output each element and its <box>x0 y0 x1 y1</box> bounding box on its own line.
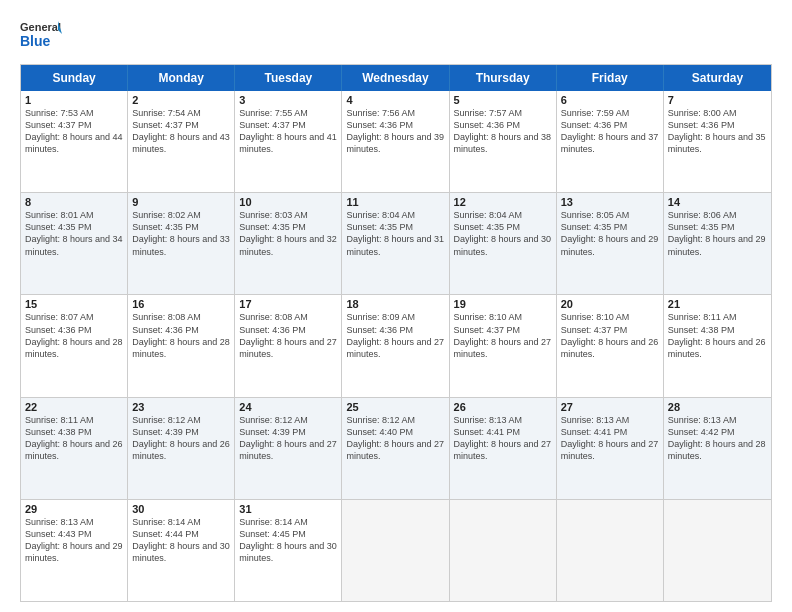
day-info: Sunrise: 8:12 AM Sunset: 4:39 PM Dayligh… <box>132 414 230 463</box>
day-number: 23 <box>132 401 230 413</box>
table-row: 12 Sunrise: 8:04 AM Sunset: 4:35 PM Dayl… <box>450 193 557 294</box>
day-info: Sunrise: 8:03 AM Sunset: 4:35 PM Dayligh… <box>239 209 337 258</box>
day-info: Sunrise: 8:11 AM Sunset: 4:38 PM Dayligh… <box>668 311 767 360</box>
day-number: 4 <box>346 94 444 106</box>
table-row: 26 Sunrise: 8:13 AM Sunset: 4:41 PM Dayl… <box>450 398 557 499</box>
day-number: 25 <box>346 401 444 413</box>
day-number: 5 <box>454 94 552 106</box>
header-cell-tuesday: Tuesday <box>235 65 342 91</box>
day-number: 17 <box>239 298 337 310</box>
table-row: 22 Sunrise: 8:11 AM Sunset: 4:38 PM Dayl… <box>21 398 128 499</box>
day-number: 21 <box>668 298 767 310</box>
day-number: 22 <box>25 401 123 413</box>
day-number: 13 <box>561 196 659 208</box>
day-info: Sunrise: 8:10 AM Sunset: 4:37 PM Dayligh… <box>454 311 552 360</box>
table-row: 14 Sunrise: 8:06 AM Sunset: 4:35 PM Dayl… <box>664 193 771 294</box>
table-row: 15 Sunrise: 8:07 AM Sunset: 4:36 PM Dayl… <box>21 295 128 396</box>
day-info: Sunrise: 7:53 AM Sunset: 4:37 PM Dayligh… <box>25 107 123 156</box>
day-info: Sunrise: 8:11 AM Sunset: 4:38 PM Dayligh… <box>25 414 123 463</box>
table-row <box>450 500 557 601</box>
day-info: Sunrise: 8:12 AM Sunset: 4:39 PM Dayligh… <box>239 414 337 463</box>
day-info: Sunrise: 8:08 AM Sunset: 4:36 PM Dayligh… <box>132 311 230 360</box>
calendar-row: 29 Sunrise: 8:13 AM Sunset: 4:43 PM Dayl… <box>21 500 771 601</box>
day-number: 20 <box>561 298 659 310</box>
table-row: 25 Sunrise: 8:12 AM Sunset: 4:40 PM Dayl… <box>342 398 449 499</box>
calendar-body: 1 Sunrise: 7:53 AM Sunset: 4:37 PM Dayli… <box>21 91 771 601</box>
day-number: 8 <box>25 196 123 208</box>
table-row: 17 Sunrise: 8:08 AM Sunset: 4:36 PM Dayl… <box>235 295 342 396</box>
table-row: 29 Sunrise: 8:13 AM Sunset: 4:43 PM Dayl… <box>21 500 128 601</box>
day-number: 19 <box>454 298 552 310</box>
day-number: 9 <box>132 196 230 208</box>
svg-text:Blue: Blue <box>20 33 51 49</box>
day-info: Sunrise: 7:55 AM Sunset: 4:37 PM Dayligh… <box>239 107 337 156</box>
day-info: Sunrise: 7:57 AM Sunset: 4:36 PM Dayligh… <box>454 107 552 156</box>
day-info: Sunrise: 8:13 AM Sunset: 4:41 PM Dayligh… <box>561 414 659 463</box>
svg-text:General: General <box>20 21 61 33</box>
day-info: Sunrise: 8:13 AM Sunset: 4:41 PM Dayligh… <box>454 414 552 463</box>
day-number: 30 <box>132 503 230 515</box>
header: General Blue <box>20 16 772 56</box>
header-cell-friday: Friday <box>557 65 664 91</box>
day-info: Sunrise: 8:04 AM Sunset: 4:35 PM Dayligh… <box>454 209 552 258</box>
table-row: 11 Sunrise: 8:04 AM Sunset: 4:35 PM Dayl… <box>342 193 449 294</box>
table-row: 4 Sunrise: 7:56 AM Sunset: 4:36 PM Dayli… <box>342 91 449 192</box>
calendar-row: 22 Sunrise: 8:11 AM Sunset: 4:38 PM Dayl… <box>21 398 771 500</box>
table-row: 8 Sunrise: 8:01 AM Sunset: 4:35 PM Dayli… <box>21 193 128 294</box>
table-row: 13 Sunrise: 8:05 AM Sunset: 4:35 PM Dayl… <box>557 193 664 294</box>
day-number: 1 <box>25 94 123 106</box>
table-row <box>342 500 449 601</box>
day-info: Sunrise: 8:00 AM Sunset: 4:36 PM Dayligh… <box>668 107 767 156</box>
day-number: 7 <box>668 94 767 106</box>
day-info: Sunrise: 8:08 AM Sunset: 4:36 PM Dayligh… <box>239 311 337 360</box>
calendar-row: 1 Sunrise: 7:53 AM Sunset: 4:37 PM Dayli… <box>21 91 771 193</box>
day-number: 18 <box>346 298 444 310</box>
day-info: Sunrise: 8:14 AM Sunset: 4:45 PM Dayligh… <box>239 516 337 565</box>
day-info: Sunrise: 8:13 AM Sunset: 4:43 PM Dayligh… <box>25 516 123 565</box>
header-cell-sunday: Sunday <box>21 65 128 91</box>
day-number: 26 <box>454 401 552 413</box>
calendar: SundayMondayTuesdayWednesdayThursdayFrid… <box>20 64 772 602</box>
table-row: 21 Sunrise: 8:11 AM Sunset: 4:38 PM Dayl… <box>664 295 771 396</box>
calendar-row: 15 Sunrise: 8:07 AM Sunset: 4:36 PM Dayl… <box>21 295 771 397</box>
header-cell-thursday: Thursday <box>450 65 557 91</box>
day-info: Sunrise: 8:10 AM Sunset: 4:37 PM Dayligh… <box>561 311 659 360</box>
day-info: Sunrise: 8:01 AM Sunset: 4:35 PM Dayligh… <box>25 209 123 258</box>
day-info: Sunrise: 7:56 AM Sunset: 4:36 PM Dayligh… <box>346 107 444 156</box>
logo: General Blue <box>20 16 62 56</box>
table-row: 16 Sunrise: 8:08 AM Sunset: 4:36 PM Dayl… <box>128 295 235 396</box>
day-info: Sunrise: 8:09 AM Sunset: 4:36 PM Dayligh… <box>346 311 444 360</box>
day-number: 29 <box>25 503 123 515</box>
logo-svg: General Blue <box>20 16 62 56</box>
header-cell-wednesday: Wednesday <box>342 65 449 91</box>
day-number: 14 <box>668 196 767 208</box>
day-info: Sunrise: 8:04 AM Sunset: 4:35 PM Dayligh… <box>346 209 444 258</box>
table-row: 3 Sunrise: 7:55 AM Sunset: 4:37 PM Dayli… <box>235 91 342 192</box>
day-info: Sunrise: 8:12 AM Sunset: 4:40 PM Dayligh… <box>346 414 444 463</box>
page: General Blue SundayMondayTuesdayWednesda… <box>0 0 792 612</box>
table-row: 6 Sunrise: 7:59 AM Sunset: 4:36 PM Dayli… <box>557 91 664 192</box>
day-info: Sunrise: 8:07 AM Sunset: 4:36 PM Dayligh… <box>25 311 123 360</box>
table-row <box>557 500 664 601</box>
day-number: 2 <box>132 94 230 106</box>
day-number: 12 <box>454 196 552 208</box>
table-row: 19 Sunrise: 8:10 AM Sunset: 4:37 PM Dayl… <box>450 295 557 396</box>
day-number: 28 <box>668 401 767 413</box>
table-row: 28 Sunrise: 8:13 AM Sunset: 4:42 PM Dayl… <box>664 398 771 499</box>
day-info: Sunrise: 8:14 AM Sunset: 4:44 PM Dayligh… <box>132 516 230 565</box>
table-row: 30 Sunrise: 8:14 AM Sunset: 4:44 PM Dayl… <box>128 500 235 601</box>
day-number: 10 <box>239 196 337 208</box>
table-row: 1 Sunrise: 7:53 AM Sunset: 4:37 PM Dayli… <box>21 91 128 192</box>
table-row: 18 Sunrise: 8:09 AM Sunset: 4:36 PM Dayl… <box>342 295 449 396</box>
day-number: 11 <box>346 196 444 208</box>
header-cell-saturday: Saturday <box>664 65 771 91</box>
day-info: Sunrise: 8:13 AM Sunset: 4:42 PM Dayligh… <box>668 414 767 463</box>
table-row: 20 Sunrise: 8:10 AM Sunset: 4:37 PM Dayl… <box>557 295 664 396</box>
table-row: 10 Sunrise: 8:03 AM Sunset: 4:35 PM Dayl… <box>235 193 342 294</box>
header-cell-monday: Monday <box>128 65 235 91</box>
day-info: Sunrise: 7:59 AM Sunset: 4:36 PM Dayligh… <box>561 107 659 156</box>
day-number: 27 <box>561 401 659 413</box>
calendar-row: 8 Sunrise: 8:01 AM Sunset: 4:35 PM Dayli… <box>21 193 771 295</box>
table-row: 2 Sunrise: 7:54 AM Sunset: 4:37 PM Dayli… <box>128 91 235 192</box>
table-row: 23 Sunrise: 8:12 AM Sunset: 4:39 PM Dayl… <box>128 398 235 499</box>
